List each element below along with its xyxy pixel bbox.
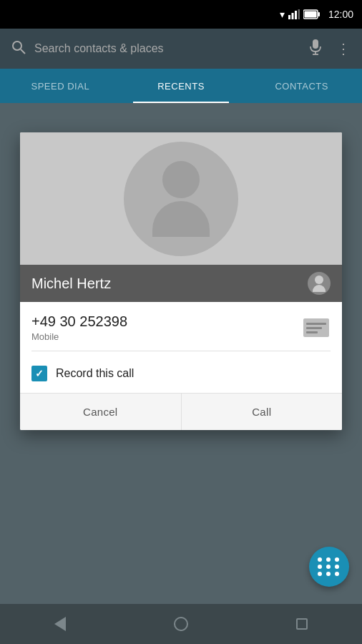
call-icon-btn[interactable] — [302, 313, 331, 342]
phone-row: +49 30 252398 Mobile — [31, 313, 331, 342]
contact-photo-area — [20, 132, 342, 265]
fab-dot — [318, 565, 322, 569]
avatar-small-body — [313, 285, 326, 292]
fab-dot — [326, 557, 331, 562]
call-dialog: Michel Hertz +49 30 252398 Mobile — [20, 132, 342, 430]
search-icon — [11, 40, 26, 58]
tab-speed-dial[interactable]: SPEED DIAL — [0, 69, 121, 103]
svg-rect-14 — [306, 327, 322, 329]
status-icons: ▾ 12:00 — [280, 9, 353, 20]
search-bar-inner[interactable]: Search contacts & places — [34, 42, 300, 55]
fab-dot — [326, 565, 331, 569]
dialpad-fab[interactable] — [309, 547, 349, 587]
fab-dot — [326, 572, 331, 576]
svg-rect-3 — [298, 9, 300, 19]
tab-speed-dial-label: SPEED DIAL — [31, 81, 90, 92]
wifi-icon: ▾ — [280, 9, 285, 20]
record-label: Record this call — [56, 367, 134, 380]
tab-bar: SPEED DIAL RECENTS CONTACTS — [0, 69, 362, 103]
tab-recents-label: RECENTS — [157, 81, 205, 92]
dialog-buttons: Cancel Call — [20, 393, 342, 430]
svg-rect-6 — [304, 11, 316, 18]
more-icon[interactable]: ⋮ — [336, 40, 351, 57]
svg-rect-2 — [295, 11, 297, 19]
tab-contacts[interactable]: CONTACTS — [241, 69, 362, 103]
tab-recents[interactable]: RECENTS — [121, 69, 242, 103]
tab-contacts-label: CONTACTS — [275, 81, 328, 92]
cancel-button[interactable]: Cancel — [20, 394, 182, 430]
call-record-icon — [303, 318, 329, 337]
fab-dot — [335, 572, 339, 576]
fab-dot — [335, 557, 339, 562]
avatar-person — [152, 161, 210, 237]
status-time: 12:00 — [328, 9, 353, 20]
fab-dot — [318, 557, 322, 562]
checkmark: ✓ — [35, 369, 44, 379]
svg-rect-15 — [306, 331, 318, 333]
svg-rect-9 — [313, 39, 318, 49]
call-button[interactable]: Call — [182, 394, 343, 430]
signal-icon — [288, 9, 300, 19]
fab-dot — [318, 572, 322, 576]
avatar-small-inner — [313, 275, 326, 292]
avatar-small-head — [315, 275, 323, 284]
record-checkbox[interactable]: ✓ — [31, 366, 47, 381]
battery-icon — [303, 9, 321, 19]
svg-rect-1 — [291, 13, 293, 19]
phone-type: Mobile — [31, 331, 127, 342]
contact-name: Michel Hertz — [31, 275, 111, 292]
svg-rect-5 — [318, 12, 320, 16]
divider — [31, 351, 331, 351]
mic-icon[interactable] — [309, 39, 322, 59]
call-label: Call — [252, 406, 271, 418]
phone-details: +49 30 252398 Mobile — [31, 313, 127, 342]
contact-avatar-large — [124, 142, 238, 256]
checkbox-box: ✓ — [31, 366, 47, 381]
contact-avatar-small — [308, 272, 331, 295]
svg-rect-13 — [306, 323, 326, 325]
status-bar: ▾ 12:00 — [0, 0, 362, 29]
avatar-body — [152, 201, 210, 237]
call-info: +49 30 252398 Mobile — [20, 302, 342, 351]
svg-line-8 — [21, 49, 25, 54]
cancel-label: Cancel — [83, 406, 118, 418]
record-row: ✓ Record this call — [20, 360, 342, 393]
fab-dot — [335, 565, 339, 569]
phone-number: +49 30 252398 — [31, 313, 127, 330]
avatar-head — [162, 161, 200, 198]
contact-name-bar: Michel Hertz — [20, 265, 342, 302]
svg-point-7 — [13, 42, 21, 50]
svg-rect-0 — [288, 15, 290, 19]
search-placeholder: Search contacts & places — [34, 42, 300, 55]
dialpad-icon — [318, 557, 341, 576]
search-bar[interactable]: Search contacts & places ⋮ — [0, 29, 362, 69]
